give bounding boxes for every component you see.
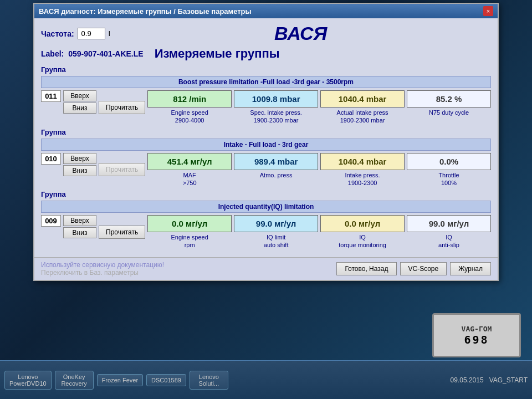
value-cell-1-2: 1040.4 mbar Actual intake press1900-2300… — [320, 90, 405, 125]
group-number-3: 009 — [41, 215, 61, 227]
taskbar-item-4[interactable]: LenovoSoluti... — [190, 371, 228, 390]
btn-log[interactable]: Журнал — [450, 262, 491, 275]
group-row-3: 009 Вверх Вниз Прочитать 0.0 мг/ул Engin… — [41, 215, 491, 249]
group-row-1: 011 Вверх Вниз Прочитать 812 /min Engine… — [41, 90, 491, 125]
taskbar-item-1[interactable]: OneKeyRecovery — [55, 371, 94, 390]
value-label-3-3: IQanti-slip — [438, 233, 459, 249]
value-box-3-1: 99.0 мг/ул — [234, 215, 318, 232]
taskbar-vag: VAG_START — [489, 376, 528, 384]
value-cell-3-1: 99.0 мг/ул IQ limitauto shift — [234, 215, 318, 249]
label-key: Label: — [41, 49, 64, 58]
title-bar: ВАСЯ диагност: Измеряемые группы / Базов… — [34, 4, 498, 18]
value-label-2-3: Throttle100% — [438, 171, 459, 187]
btn-read-1[interactable]: Прочитать — [99, 101, 145, 114]
group-label-3: Группа — [41, 190, 491, 198]
btn-down-2[interactable]: Вниз — [63, 165, 96, 176]
value-cell-3-0: 0.0 мг/ул Engine speedrpm — [147, 215, 232, 249]
values-grid-1: 812 /min Engine speed2900-4000 1009.8 mb… — [147, 90, 491, 125]
app-subtitle: Измеряемые группы — [155, 47, 280, 61]
bottom-switch-text: Переключить в Баз. параметры — [41, 269, 164, 277]
btn-down-1[interactable]: Вниз — [63, 103, 96, 114]
value-label-2-0: MAF>750 — [183, 171, 197, 187]
value-cell-2-1: 989.4 mbar Atmo. press — [234, 153, 318, 187]
btn-up-2[interactable]: Вверх — [63, 153, 96, 164]
value-cell-3-2: 0.0 мг/ул IQtorque monitoring — [320, 215, 405, 249]
frequency-label: Частота: — [41, 29, 74, 38]
license-plate: VAG-ГОМ 698 — [432, 313, 521, 357]
btn-up-3[interactable]: Вверх — [63, 215, 96, 226]
value-label-1-2: Actual intake press1900-2300 mbar — [337, 109, 388, 125]
group-title-3: Injected quantity(IQ) limitation — [41, 201, 491, 213]
group-label-1: Группа — [41, 65, 491, 74]
btn-up-1[interactable]: Вверх — [63, 90, 96, 101]
group-number-2: 010 — [41, 153, 61, 165]
value-box-2-3: 0.0% — [407, 153, 491, 170]
taskbar-label-0: LenovoPowerDVD10 — [9, 374, 47, 387]
value-label-2-1: Atmo. press — [260, 171, 293, 179]
group-row-2: 010 Вверх Вниз Прочитать 451.4 мг/ул MAF… — [41, 153, 491, 187]
value-cell-2-3: 0.0% Throttle100% — [407, 153, 491, 187]
group-section-010: Группа Intake - Full load - 3rd gear 010… — [41, 128, 491, 187]
value-box-1-3: 85.2 % — [407, 90, 491, 108]
value-cell-1-1: 1009.8 mbar Spec. intake press.1900-2300… — [234, 90, 318, 125]
taskbar-item-3[interactable]: DSC01589 — [146, 374, 186, 386]
value-cell-2-2: 1040.4 mbar Intake press.1900-2300 — [320, 153, 405, 187]
bottom-buttons: Готово, Назад VC-Scope Журнал — [336, 262, 491, 275]
value-box-3-3: 99.0 мг/ул — [407, 215, 491, 232]
btn-read-2[interactable]: Прочитать — [99, 163, 145, 176]
btn-group-2: Вверх Вниз — [63, 153, 96, 176]
value-cell-1-0: 812 /min Engine speed2900-4000 — [147, 90, 232, 125]
taskbar-label-3: DSC01589 — [151, 377, 181, 383]
close-button[interactable]: × — [483, 6, 493, 16]
desktop: ВАСЯ диагност: Измеряемые группы / Базов… — [0, 0, 532, 399]
group-section-011: Группа Boost pressure limitation -Full l… — [41, 65, 491, 125]
taskbar-item-0[interactable]: LenovoPowerDVD10 — [4, 371, 52, 390]
frequency-input[interactable] — [78, 28, 105, 39]
group-title-1: Boost pressure limitation -Full load -3r… — [41, 76, 491, 88]
bottom-bar: Используйте сервисную документацию! Пере… — [34, 257, 498, 280]
value-box-2-0: 451.4 мг/ул — [147, 153, 232, 170]
values-grid-2: 451.4 мг/ул MAF>750 989.4 mbar Atmo. pre… — [147, 153, 491, 187]
taskbar-label-4: LenovoSoluti... — [195, 374, 223, 387]
window-title: ВАСЯ диагност: Измеряемые группы / Базов… — [39, 7, 252, 16]
btn-group-1: Вверх Вниз — [63, 90, 96, 114]
app-title: ВАСЯ — [274, 23, 327, 44]
value-label-2-2: Intake press.1900-2300 — [345, 171, 380, 187]
values-grid-3: 0.0 мг/ул Engine speedrpm 99.0 мг/ул IQ … — [147, 215, 491, 249]
taskbar: LenovoPowerDVD10 OneKeyRecovery Frozen F… — [0, 360, 532, 399]
taskbar-label-1: OneKeyRecovery — [60, 374, 89, 387]
btn-scope[interactable]: VC-Scope — [400, 262, 447, 275]
label-row: Label: 059-907-401-AKE.LE Измеряемые гру… — [41, 47, 491, 61]
taskbar-label-2: Frozen Fever — [102, 377, 138, 383]
group-number-1: 011 — [41, 90, 61, 102]
value-box-1-1: 1009.8 mbar — [234, 90, 318, 108]
group-label-2: Группа — [41, 128, 491, 136]
value-label-3-0: Engine speedrpm — [171, 233, 208, 249]
value-label-1-0: Engine speed2900-4000 — [171, 109, 208, 125]
group-title-2: Intake - Full load - 3rd gear — [41, 139, 491, 151]
value-box-2-2: 1040.4 mbar — [320, 153, 405, 170]
btn-group-3: Вверх Вниз — [63, 215, 96, 238]
value-label-1-1: Spec. intake press.1900-2300 mbar — [250, 109, 302, 125]
taskbar-time: 09.05.2015 — [451, 376, 484, 384]
value-label-3-1: IQ limitauto shift — [264, 233, 289, 249]
value-label-1-3: N75 duty cycle — [429, 109, 469, 116]
value-cell-1-3: 85.2 % N75 duty cycle — [407, 90, 491, 125]
value-cell-2-0: 451.4 мг/ул MAF>750 — [147, 153, 232, 187]
value-label-3-2: IQtorque monitoring — [339, 233, 386, 249]
btn-read-3[interactable]: Прочитать — [99, 226, 145, 239]
value-box-2-1: 989.4 mbar — [234, 153, 318, 170]
group-section-009: Группа Injected quantity(IQ) limitation … — [41, 190, 491, 249]
value-box-3-2: 0.0 мг/ул — [320, 215, 405, 232]
value-box-3-0: 0.0 мг/ул — [147, 215, 232, 232]
btn-down-3[interactable]: Вниз — [63, 227, 96, 238]
taskbar-item-2[interactable]: Frozen Fever — [97, 374, 143, 386]
btn-ready[interactable]: Готово, Назад — [336, 262, 396, 275]
window-content: Частота: I ВАСЯ Label: 059-907-401-AKE.L… — [34, 18, 498, 257]
value-box-1-0: 812 /min — [147, 90, 232, 108]
value-box-1-2: 1040.4 mbar — [320, 90, 405, 108]
main-window: ВАСЯ диагност: Измеряемые группы / Базов… — [33, 3, 499, 281]
bottom-info-area: Используйте сервисную документацию! Пере… — [41, 261, 164, 277]
bottom-info-text: Используйте сервисную документацию! — [41, 261, 164, 269]
value-cell-3-3: 99.0 мг/ул IQanti-slip — [407, 215, 491, 249]
